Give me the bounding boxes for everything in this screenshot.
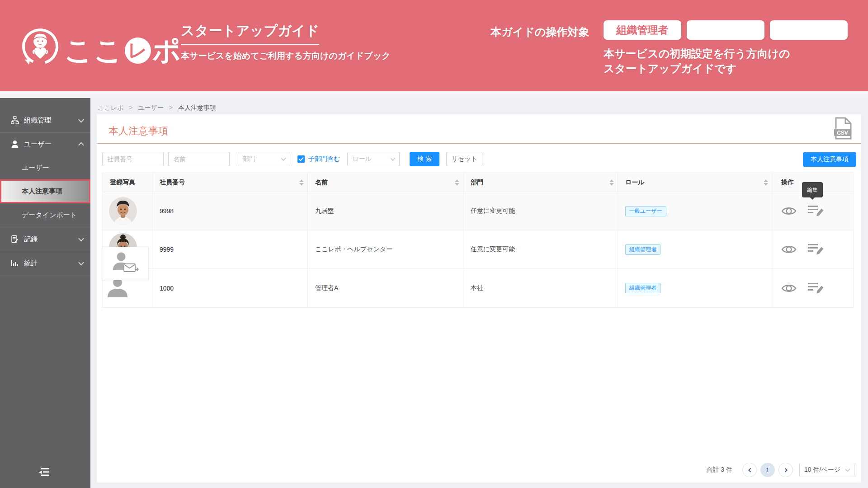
cell-department: 任意に変更可能 xyxy=(463,192,618,230)
role-tag: 一般ユーザー xyxy=(625,206,666,216)
employee-no-input[interactable] xyxy=(102,152,164,166)
col-photo: 登録写真 xyxy=(103,173,152,192)
chevron-down-icon xyxy=(281,156,286,161)
chevron-right-icon xyxy=(783,468,788,472)
stats-icon xyxy=(11,259,19,267)
cell-role: 組織管理者 xyxy=(618,230,772,269)
search-button[interactable]: 検 索 xyxy=(410,152,439,166)
guide-target-label: 本ガイドの操作対象 xyxy=(491,25,589,39)
breadcrumb-current: 本人注意事項 xyxy=(178,104,216,111)
edit-icon[interactable] xyxy=(807,282,824,295)
sidebar-item-org-management[interactable]: 組織管理 xyxy=(0,108,90,132)
edit-icon[interactable] xyxy=(807,204,824,218)
col-name[interactable]: 名前 xyxy=(308,173,463,192)
chevron-down-icon xyxy=(391,156,396,161)
next-page-button[interactable] xyxy=(778,463,793,477)
users-table: 登録写真 社員番号 名前 部門 ロール 操作 xyxy=(102,173,854,308)
sidebar-item-users-list[interactable]: ユーザー xyxy=(0,156,90,179)
title-divider xyxy=(97,143,861,144)
name-input[interactable] xyxy=(168,152,230,166)
add-personal-notes-button[interactable]: 本人注意事項 xyxy=(803,152,856,167)
pagination-total: 合計 3 件 xyxy=(706,466,732,474)
edit-icon[interactable] xyxy=(807,243,824,256)
main-content: ここレポ > ユーザー > 本人注意事項 本人注意事項 CSV 部門 xyxy=(90,98,868,488)
col-employee-no[interactable]: 社員番号 xyxy=(152,173,308,192)
cell-name: 管理者A xyxy=(308,269,463,307)
cell-name: 九居塁 xyxy=(308,192,463,230)
cell-department: 本社 xyxy=(463,269,618,307)
guide-subtitle: 本サービスを始めてご利用する方向けのガイドブック xyxy=(181,50,391,62)
cell-employee-no: 1000 xyxy=(152,269,308,307)
role-select[interactable]: ロール xyxy=(347,152,400,166)
sidebar-item-users[interactable]: ユーザー xyxy=(0,132,90,156)
csv-download-icon[interactable]: CSV xyxy=(833,117,854,141)
page-size-select[interactable]: 10 件/ページ xyxy=(799,463,854,477)
sort-caret-icon[interactable] xyxy=(299,179,304,186)
user-icon xyxy=(11,140,19,148)
view-eye-icon[interactable] xyxy=(781,244,797,255)
page-card: 本人注意事項 CSV 部門 子部門含む ロール xyxy=(97,114,861,483)
logo-circle-glyph: レ xyxy=(125,38,151,64)
org-chart-icon xyxy=(11,116,19,124)
cell-employee-no: 9998 xyxy=(152,192,308,230)
page-1-button[interactable]: 1 xyxy=(760,463,775,477)
header-divider-strip xyxy=(0,91,868,98)
chevron-down-icon xyxy=(78,235,84,241)
sidebar-item-statistics[interactable]: 統計 xyxy=(0,251,90,275)
breadcrumb-home[interactable]: ここレポ xyxy=(98,104,123,111)
table-row: 1000 管理者A 本社 組織管理者 xyxy=(103,269,853,307)
guide-role-button[interactable]: 組織管理者 xyxy=(604,20,681,40)
sidebar-divider xyxy=(0,275,90,275)
sidebar-item-data-import[interactable]: データインポート xyxy=(0,203,90,227)
view-eye-icon[interactable] xyxy=(781,282,797,294)
cell-role: 組織管理者 xyxy=(618,269,772,307)
logo-text-prefix: ここ xyxy=(64,32,123,70)
default-avatar-icon xyxy=(106,291,129,299)
guide-step-button-3[interactable] xyxy=(770,20,848,40)
filter-bar: 部門 子部門含む ロール 検 索 リセット xyxy=(102,152,482,166)
chevron-left-icon xyxy=(748,468,752,472)
chevron-down-icon xyxy=(845,467,850,472)
invite-mail-popover xyxy=(102,247,149,280)
role-tag: 組織管理者 xyxy=(625,283,660,293)
page-title: 本人注意事項 xyxy=(108,124,168,138)
cell-department: 任意に変更可能 xyxy=(463,230,618,269)
cell-name: ここレポ・ヘルプセンター xyxy=(308,230,463,269)
view-eye-icon[interactable] xyxy=(781,205,797,217)
reset-button[interactable]: リセット xyxy=(446,152,482,166)
sort-caret-icon[interactable] xyxy=(455,179,459,186)
logo-text-suffix: ポ xyxy=(152,32,182,70)
guide-description: 本サービスの初期設定を行う方向けの スタートアップガイドです xyxy=(604,46,790,76)
prev-page-button[interactable] xyxy=(742,463,757,477)
breadcrumb-users[interactable]: ユーザー xyxy=(138,104,164,111)
col-role[interactable]: ロール xyxy=(618,173,772,192)
avatar xyxy=(109,197,137,225)
sidebar-item-records[interactable]: 記録 xyxy=(0,227,90,251)
breadcrumb: ここレポ > ユーザー > 本人注意事項 xyxy=(98,104,216,112)
department-select[interactable]: 部門 xyxy=(238,152,290,166)
sort-caret-icon[interactable] xyxy=(609,179,614,186)
col-department[interactable]: 部門 xyxy=(463,173,618,192)
role-tag: 組織管理者 xyxy=(625,244,660,255)
record-icon xyxy=(11,235,19,243)
guide-title: スタートアップガイド xyxy=(181,22,319,45)
cell-employee-no: 9999 xyxy=(152,230,308,269)
chevron-down-icon xyxy=(78,117,84,122)
guide-step-button-2[interactable] xyxy=(687,20,764,40)
guide-header: ここ レ ポ スタートアップガイド 本サービスを始めてご利用する方向けのガイドブ… xyxy=(0,0,868,91)
chevron-up-icon xyxy=(78,142,84,148)
edit-tooltip: 編集 xyxy=(802,182,823,197)
checkbox-checked-icon[interactable] xyxy=(297,155,305,163)
chevron-down-icon xyxy=(78,259,84,265)
include-sub-department-checkbox[interactable]: 子部門含む xyxy=(297,155,340,163)
menu-fold-icon[interactable] xyxy=(38,467,51,479)
svg-text:CSV: CSV xyxy=(837,130,848,136)
sort-caret-icon[interactable] xyxy=(764,179,768,186)
pagination: 合計 3 件 1 10 件/ページ xyxy=(706,463,854,477)
table-row: 9998 九居塁 任意に変更可能 一般ユーザー xyxy=(103,192,853,230)
cell-role: 一般ユーザー xyxy=(618,192,772,230)
app-logo: ここ レ ポ xyxy=(64,32,182,70)
table-row: 9999 ここレポ・ヘルプセンター 任意に変更可能 組織管理者 xyxy=(103,230,853,269)
logo-mark-icon xyxy=(19,25,61,72)
sidebar-item-personal-notes[interactable]: 本人注意事項 xyxy=(0,179,90,203)
